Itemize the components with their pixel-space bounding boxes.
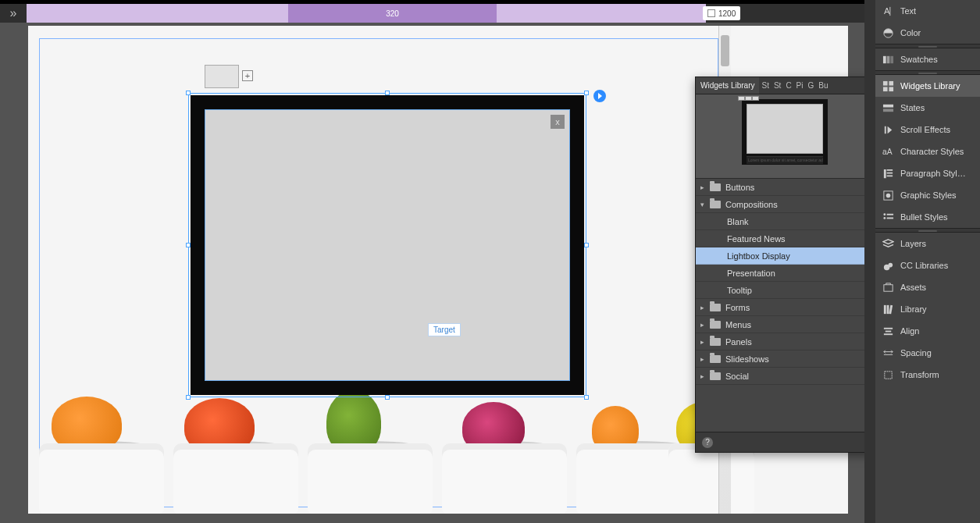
svg-rect-5	[890, 55, 893, 62]
dock-panel-paragraph-styl[interactable]: Paragraph Styl…	[875, 162, 980, 184]
breakpoint-range-light-right[interactable]	[497, 4, 706, 23]
breakpoint-range-light-left[interactable]	[27, 4, 288, 23]
breakpoint-handle[interactable]: 1200	[703, 6, 740, 20]
dock-panel-library[interactable]: Library	[875, 298, 980, 320]
dock-panel-graphic-styles[interactable]: Graphic Styles	[875, 184, 980, 206]
widget-category[interactable]: Social	[696, 368, 874, 385]
selection-handle[interactable]	[584, 91, 589, 95]
selection-handle[interactable]	[584, 243, 589, 247]
selection-handle[interactable]	[584, 395, 589, 400]
panel-tab-collapsed[interactable]: St	[759, 81, 771, 90]
dock-panel-bullet-styles[interactable]: Bullet Styles	[875, 206, 980, 228]
lightbox-container[interactable]: x	[191, 95, 584, 395]
widget-category[interactable]: Forms	[696, 299, 874, 316]
lightbox-close-button[interactable]: x	[551, 115, 565, 129]
scrollbar-thumb[interactable]	[721, 35, 729, 66]
dock-panel-states[interactable]: States	[875, 97, 980, 119]
panel-tab-collapsed[interactable]: G	[806, 81, 817, 90]
selection-handle[interactable]	[186, 395, 191, 400]
right-panel-dock: ATextColorSwatchesWidgets LibraryStatesS…	[874, 0, 980, 523]
widget-item[interactable]: Presentation	[696, 265, 874, 282]
breakpoint-range-active[interactable]: 320	[288, 4, 497, 23]
folder-icon	[710, 304, 721, 311]
panel-tab-collapsed[interactable]: St	[772, 81, 783, 90]
widget-item[interactable]: Lightbox Display	[696, 247, 874, 265]
widgets-library-panel[interactable]: Widgets Library StStCPiGBu » Lorem ipsum…	[695, 76, 875, 453]
widget-category-label: Forms	[725, 303, 750, 312]
svg-rect-27	[883, 333, 892, 335]
panel-tab-collapsed[interactable]: Bu	[816, 81, 830, 90]
dock-panel-character-styles[interactable]: aACharacter Styles	[875, 141, 980, 162]
panel-tab-widgets-library[interactable]: Widgets Library	[696, 77, 759, 94]
breakpoint-scroll-left[interactable]: »	[0, 4, 27, 23]
states-icon	[882, 101, 894, 114]
svg-rect-6	[882, 80, 887, 85]
widgets-library-icon	[882, 80, 894, 92]
spacing-icon	[882, 347, 894, 359]
folder-icon	[710, 201, 721, 208]
panel-tabstrip: Widgets Library StStCPiGBu »	[696, 77, 874, 94]
dock-group-separator	[875, 228, 980, 233]
svg-rect-11	[882, 109, 893, 112]
svg-point-20	[888, 262, 893, 267]
svg-text:A: A	[883, 6, 889, 16]
selection-handle[interactable]	[186, 91, 191, 95]
folder-icon	[710, 321, 721, 329]
widget-category[interactable]: Compositions	[696, 196, 874, 213]
library-icon	[882, 303, 894, 315]
dock-panel-spacing[interactable]: Spacing	[875, 342, 980, 364]
layers-icon	[882, 237, 894, 250]
widget-category-label: Slideshows	[725, 354, 769, 364]
dock-panel-label: Transform	[900, 370, 939, 379]
dock-scrollbar[interactable]	[864, 0, 875, 523]
preview-trigger-swatches	[738, 96, 759, 101]
svg-rect-23	[886, 304, 889, 313]
dock-panel-align[interactable]: Align	[875, 320, 980, 342]
widget-item[interactable]: Featured News	[696, 230, 874, 247]
svg-rect-26	[885, 330, 891, 332]
widget-item[interactable]: Blank	[696, 213, 874, 230]
dock-panel-label: Graphic Styles	[900, 190, 957, 200]
dock-panel-label: Assets	[900, 283, 926, 292]
svg-point-14	[886, 193, 890, 197]
lightbox-target[interactable]: x	[205, 109, 570, 381]
dock-panel-widgets-library[interactable]: Widgets Library	[875, 75, 980, 97]
selection-handle[interactable]	[385, 395, 390, 400]
widget-category[interactable]: Buttons	[696, 179, 874, 196]
dock-panel-scroll-effects[interactable]: Scroll Effects	[875, 119, 980, 141]
dock-panel-assets[interactable]: Assets	[875, 276, 980, 298]
lightbox-trigger-thumbnail[interactable]	[205, 65, 239, 88]
dock-panel-label: Library	[900, 304, 927, 314]
dock-panel-label: Bullet Styles	[900, 212, 948, 222]
bullet-styles-icon	[882, 211, 894, 223]
dock-panel-text[interactable]: AText	[875, 0, 980, 22]
widget-category[interactable]: Menus	[696, 316, 874, 333]
lightbox-widget-selection[interactable]: x	[188, 93, 586, 397]
breakpoint-track[interactable]: 320 1200	[27, 4, 953, 23]
character-styles-icon: aA	[882, 145, 894, 158]
dock-panel-color[interactable]: Color	[875, 22, 980, 44]
folder-icon	[710, 338, 721, 346]
dock-panel-transform[interactable]: Transform	[875, 364, 980, 386]
widget-options-flyout-button[interactable]	[593, 90, 606, 102]
selection-handle[interactable]	[186, 243, 191, 247]
svg-rect-25	[883, 327, 892, 329]
dock-panel-swatches[interactable]: Swatches	[875, 48, 980, 70]
widget-category[interactable]: Slideshows	[696, 350, 874, 368]
widget-category[interactable]: Panels	[696, 333, 874, 350]
panel-tab-collapsed[interactable]: C	[783, 81, 793, 90]
svg-rect-24	[889, 304, 893, 314]
selection-handle[interactable]	[385, 91, 390, 95]
help-icon[interactable]: ?	[702, 437, 713, 448]
folder-icon	[710, 372, 721, 380]
svg-rect-21	[883, 284, 892, 290]
add-trigger-button[interactable]: +	[242, 70, 253, 81]
transform-icon	[882, 368, 894, 381]
svg-text:aA: aA	[882, 148, 893, 156]
widget-category-label: Social	[725, 372, 749, 381]
panel-tab-collapsed[interactable]: Pi	[794, 81, 806, 90]
dock-panel-cc-libraries[interactable]: CC Libraries	[875, 254, 980, 276]
svg-rect-28	[884, 371, 891, 378]
widget-item[interactable]: Tooltip	[696, 282, 874, 299]
dock-panel-layers[interactable]: Layers	[875, 233, 980, 254]
